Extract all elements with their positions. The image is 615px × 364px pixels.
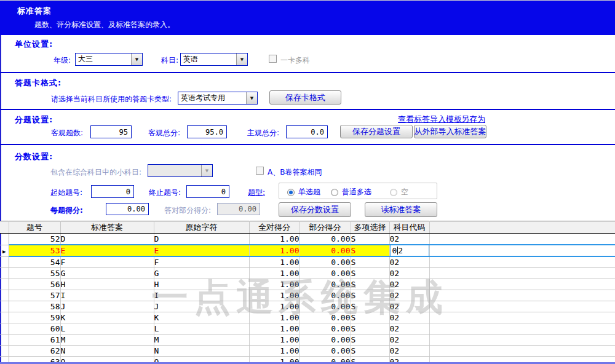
per-score-input[interactable]: 0.00 <box>106 203 149 215</box>
cell-multi[interactable]: S <box>351 268 389 279</box>
row-selector[interactable] <box>0 256 9 268</box>
cell-code[interactable]: 02 <box>389 256 429 268</box>
cell-code[interactable]: 02 <box>389 290 429 301</box>
cell-partial_score[interactable]: 0.00 <box>300 323 351 334</box>
cell-code[interactable]: 02 <box>389 346 429 357</box>
subject-select[interactable]: 英语 ▼ <box>180 53 248 66</box>
table-row[interactable]: 60LL1.000.00S02 <box>0 323 615 334</box>
cell-no[interactable]: 58 <box>9 301 60 312</box>
cell-answer[interactable]: L <box>60 323 154 334</box>
cell-full_score[interactable]: 1.00 <box>249 312 300 323</box>
table-row[interactable]: 56HH1.000.00S02 <box>0 279 615 290</box>
row-selector[interactable] <box>0 268 9 279</box>
cell-multi[interactable]: S <box>351 245 389 256</box>
cell-full_score[interactable]: 1.00 <box>249 234 300 245</box>
objective-count-input[interactable]: 95 <box>90 125 132 138</box>
cell-partial_score[interactable]: 0.00 <box>300 234 351 245</box>
cell-code[interactable]: 02 <box>389 312 429 323</box>
cell-raw[interactable]: E <box>154 245 249 256</box>
cell-no[interactable]: 55 <box>9 268 60 279</box>
save-score-button[interactable]: 保存分数设置 <box>279 202 351 217</box>
cell-code[interactable]: 02 <box>389 268 429 279</box>
cell-full_score[interactable]: 1.00 <box>249 301 300 312</box>
cell-multi[interactable]: S <box>351 312 389 323</box>
cell-multi[interactable]: S <box>351 256 389 268</box>
cell-full_score[interactable]: 1.00 <box>249 334 300 346</box>
table-row[interactable]: 55GG1.000.00S02 <box>0 268 615 279</box>
save-division-button[interactable]: 保存分题设置 <box>340 125 413 138</box>
cell-answer[interactable]: G <box>60 268 154 279</box>
cell-no[interactable]: 56 <box>9 279 60 290</box>
cell-answer[interactable]: D <box>60 234 154 245</box>
row-selector[interactable] <box>0 323 9 334</box>
cell-no[interactable]: 61 <box>9 334 60 346</box>
table-row[interactable]: 57II1.000.00S02 <box>0 290 615 301</box>
cell-partial_score[interactable]: 0.00 <box>300 245 351 256</box>
cell-multi[interactable]: S <box>351 334 389 346</box>
row-selector[interactable] <box>0 279 9 290</box>
objective-total-input[interactable]: 95.0 <box>187 125 227 138</box>
cell-answer[interactable]: J <box>60 301 154 312</box>
cell-multi[interactable]: S <box>351 290 389 301</box>
chevron-down-icon[interactable]: ▼ <box>236 53 247 65</box>
cell-raw[interactable]: D <box>154 234 249 245</box>
table-row[interactable]: 52DD1.000.00S02 <box>0 234 615 245</box>
cell-no[interactable]: 62 <box>9 346 60 357</box>
cell-multi[interactable]: S <box>351 323 389 334</box>
cell-no[interactable]: 53 <box>9 245 60 256</box>
save-as-link[interactable]: 另存为 <box>461 114 485 125</box>
end-number-input[interactable]: 0 <box>186 185 229 198</box>
cell-partial_score[interactable]: 0.00 <box>300 279 351 290</box>
cell-partial_score[interactable]: 0.00 <box>300 346 351 357</box>
cell-partial_score[interactable]: 0.00 <box>300 290 351 301</box>
cell-partial_score[interactable]: 0.00 <box>300 334 351 346</box>
cell-answer[interactable]: E <box>60 245 154 256</box>
cell-full_score[interactable]: 1.00 <box>249 268 300 279</box>
cell-raw[interactable]: M <box>154 334 249 346</box>
cell-partial_score[interactable]: 0.00 <box>300 256 351 268</box>
cell-answer[interactable]: I <box>60 290 154 301</box>
row-selector[interactable]: ▶ <box>0 245 9 256</box>
cell-answer[interactable]: N <box>60 346 154 357</box>
cell-full_score[interactable]: 1.00 <box>249 245 300 256</box>
chevron-down-icon[interactable]: ▼ <box>246 92 257 104</box>
cell-partial_score[interactable]: 0.00 <box>300 301 351 312</box>
cell-code[interactable]: 02 <box>389 279 429 290</box>
subjective-total-input[interactable]: 0.0 <box>286 125 328 138</box>
cell-multi[interactable]: S <box>351 279 389 290</box>
table-row[interactable]: 61MM1.000.00S02 <box>0 334 615 346</box>
cell-raw[interactable]: H <box>154 279 249 290</box>
qtype-option-empty[interactable]: 空 <box>390 187 408 197</box>
table-row[interactable]: 59KK1.000.00S02 <box>0 312 615 323</box>
cell-full_score[interactable]: 1.00 <box>249 256 300 268</box>
cell-code[interactable]: 02 <box>389 323 429 334</box>
cell-raw[interactable]: K <box>154 312 249 323</box>
cell-raw[interactable]: G <box>154 268 249 279</box>
table-row[interactable]: 62NN1.000.00S02 <box>0 346 615 357</box>
code-editor-input[interactable]: 02 <box>389 245 429 256</box>
grade-select[interactable]: 大三 ▼ <box>75 53 143 66</box>
cell-raw[interactable]: J <box>154 301 249 312</box>
row-selector[interactable] <box>0 334 9 346</box>
row-selector[interactable] <box>0 312 9 323</box>
cell-raw[interactable]: L <box>154 323 249 334</box>
cell-answer[interactable]: M <box>60 334 154 346</box>
cell-no[interactable]: 52 <box>9 234 60 245</box>
row-selector[interactable] <box>0 290 9 301</box>
start-number-input[interactable]: 0 <box>91 185 134 198</box>
save-card-format-button[interactable]: 保存卡格式 <box>269 90 341 105</box>
cell-code[interactable]: 02 <box>389 234 429 245</box>
qtype-option-single[interactable]: 单选题 <box>287 187 320 197</box>
cell-multi[interactable]: S <box>351 234 389 245</box>
cell-full_score[interactable]: 1.00 <box>249 346 300 357</box>
table-row[interactable]: ▶53EE1.000.00S02 <box>0 245 615 256</box>
cell-full_score[interactable]: 1.00 <box>249 279 300 290</box>
cell-raw[interactable]: F <box>154 256 249 268</box>
cell-no[interactable]: 59 <box>9 312 60 323</box>
cell-answer[interactable]: F <box>60 256 154 268</box>
view-import-template-link[interactable]: 查看标答导入模板 <box>398 114 462 125</box>
cell-multi[interactable]: S <box>351 301 389 312</box>
cell-answer[interactable]: H <box>60 279 154 290</box>
card-type-select[interactable]: 英语考试专用 ▼ <box>178 92 258 105</box>
import-answers-button[interactable]: 从外部导入标准答案 <box>414 125 486 138</box>
